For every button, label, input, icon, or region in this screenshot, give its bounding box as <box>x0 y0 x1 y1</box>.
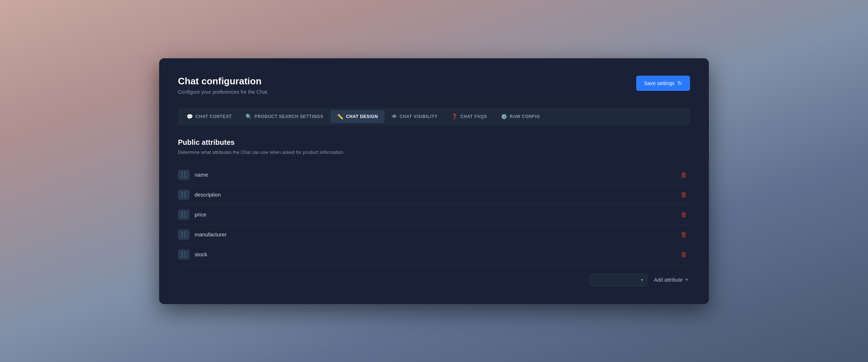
attribute-name-attr-stock: stock <box>195 251 673 257</box>
tab-chat-faqs[interactable]: ❓CHAT FAQs <box>445 110 493 123</box>
delete-button-attr-manufacturer[interactable]: 🗑 <box>678 230 690 239</box>
attribute-row: name🗑 <box>178 165 690 185</box>
tab-label-chat-faqs: CHAT FAQs <box>460 114 487 119</box>
tab-icon-chat-context: 💬 <box>187 114 193 119</box>
section-description: Determine what attributes the Chat can u… <box>178 150 690 155</box>
attribute-row: price🗑 <box>178 205 690 225</box>
tab-icon-chat-design: ✏️ <box>337 114 344 119</box>
tab-label-raw-config: RAW CONFIG <box>510 114 540 119</box>
add-attribute-button[interactable]: Add attribute + <box>652 273 690 287</box>
tab-label-chat-context: CHAT CONTEXT <box>196 114 232 119</box>
modal-subtitle: Configure your preferences for the Chat. <box>178 89 269 95</box>
tab-chat-context[interactable]: 💬CHAT CONTEXT <box>180 110 238 123</box>
tab-label-chat-visibility: CHAT VISIBILITY <box>400 114 438 119</box>
drag-handle[interactable] <box>178 170 190 180</box>
attribute-name-attr-name: name <box>195 172 673 178</box>
save-button-label: Save settings <box>644 80 675 86</box>
tab-chat-design[interactable]: ✏️CHAT DESIGN <box>331 110 384 123</box>
tab-raw-config[interactable]: ⚙️RAW CONFIG <box>494 110 547 123</box>
tab-icon-chat-faqs: ❓ <box>451 114 458 119</box>
delete-button-attr-description[interactable]: 🗑 <box>678 190 690 199</box>
modal-title: Chat configuration <box>178 76 269 87</box>
drag-handle[interactable] <box>178 190 190 200</box>
tab-chat-visibility[interactable]: 👁CHAT VISIBILITY <box>385 110 444 123</box>
tab-label-chat-design: CHAT DESIGN <box>346 114 378 119</box>
tab-label-product-search-settings: PRODUCT SEARCH SETTINGS <box>255 114 323 119</box>
tabs-bar: 💬CHAT CONTEXT🔍PRODUCT SEARCH SETTINGS✏️C… <box>178 108 690 125</box>
drag-handle[interactable] <box>178 210 190 220</box>
save-settings-button[interactable]: Save settings ↻ <box>636 76 690 91</box>
delete-button-attr-price[interactable]: 🗑 <box>678 210 690 219</box>
delete-button-attr-stock[interactable]: 🗑 <box>678 250 690 259</box>
add-attribute-label: Add attribute <box>654 277 682 283</box>
header-text: Chat configuration Configure your prefer… <box>178 76 269 95</box>
attribute-list: name🗑description🗑price🗑manufacturer🗑stoc… <box>178 165 690 265</box>
delete-button-attr-name[interactable]: 🗑 <box>678 170 690 180</box>
section-title: Public attributes <box>178 138 690 147</box>
chat-configuration-modal: Chat configuration Configure your prefer… <box>159 58 709 304</box>
modal-header: Chat configuration Configure your prefer… <box>178 76 690 95</box>
attribute-row: stock🗑 <box>178 245 690 265</box>
attribute-name-attr-description: description <box>195 191 673 198</box>
drag-handle[interactable] <box>178 249 190 260</box>
footer-row: Add attribute + <box>178 273 690 287</box>
tab-product-search-settings[interactable]: 🔍PRODUCT SEARCH SETTINGS <box>239 110 330 123</box>
refresh-icon: ↻ <box>677 80 682 87</box>
attribute-name-attr-price: price <box>195 211 673 218</box>
plus-icon: + <box>685 276 689 284</box>
attribute-row: manufacturer🗑 <box>178 225 690 245</box>
attribute-row: description🗑 <box>178 185 690 205</box>
attribute-name-attr-manufacturer: manufacturer <box>195 231 673 237</box>
attribute-dropdown[interactable] <box>590 274 647 286</box>
tab-icon-raw-config: ⚙️ <box>501 114 507 119</box>
drag-handle[interactable] <box>178 230 190 240</box>
tab-icon-chat-visibility: 👁 <box>392 114 397 119</box>
tab-icon-product-search-settings: 🔍 <box>246 114 252 119</box>
attribute-select-wrapper <box>590 274 647 286</box>
